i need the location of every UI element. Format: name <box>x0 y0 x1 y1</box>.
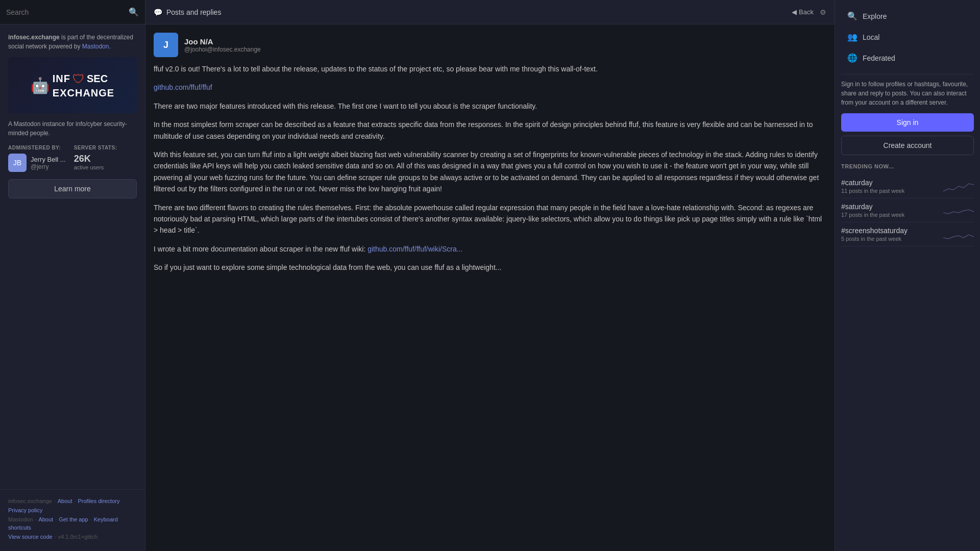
trending-tag-3: #screenshotsaturday <box>841 227 908 235</box>
search-icon: 🔍 <box>129 7 139 17</box>
footer-instance: infosec.exchange <box>8 498 52 504</box>
trending-info-2: 17 posts in the past week <box>841 212 904 218</box>
post-author: J Joo N/A @joohoi@infosec.exchange <box>154 33 826 57</box>
instance-text: infosec.exchange is part of the decentra… <box>8 33 137 51</box>
back-label: Back <box>799 8 814 16</box>
post-header-title-group: 💬 Posts and replies <box>154 8 221 16</box>
instance-description: A Mastodon instance for info/cyber secur… <box>8 119 137 138</box>
author-handle: @joohoi@infosec.exchange <box>184 46 261 53</box>
local-label: Local <box>863 33 879 41</box>
admin-details: Jerry Bell ... @jerry <box>31 156 66 170</box>
post-paragraph-3: There are two major features introduced … <box>154 101 826 112</box>
sign-in-button[interactable]: Sign in <box>841 113 974 132</box>
sidebar-footer: infosec.exchange · About · Profiles dire… <box>0 489 145 551</box>
footer-separator-2: · <box>74 498 76 504</box>
create-account-button[interactable]: Create account <box>841 136 974 155</box>
footer-links-2: Privacy policy <box>8 507 137 513</box>
trending-info-3: 5 posts in the past week <box>841 236 908 242</box>
trending-chart-1 <box>943 179 974 194</box>
post-paragraph-8: So if you just want to explore some simp… <box>154 262 826 273</box>
footer-separator-5: · <box>90 516 92 522</box>
trending-chart-3 <box>943 227 974 242</box>
wiki-link[interactable]: github.com/ffuf/ffuf/wiki/Scra... <box>368 245 462 253</box>
active-users-count: 26K <box>74 154 117 164</box>
trending-item-2[interactable]: #saturday 17 posts in the past week <box>841 198 974 222</box>
author-name: Joo N/A <box>184 37 261 46</box>
trending-tag-1-info: #caturday 11 posts in the past week <box>841 179 904 194</box>
footer-separator-1: · <box>54 498 56 504</box>
active-users-label: active users <box>74 164 117 170</box>
logo-sec: SEC <box>87 73 108 85</box>
admin-info: JB Jerry Bell ... @jerry <box>8 154 66 172</box>
settings-icon[interactable]: ⚙ <box>820 8 826 16</box>
post-paragraph-1: ffuf v2.0 is out! There's a lot to tell … <box>154 63 826 74</box>
post-header-title: Posts and replies <box>166 8 221 16</box>
footer-about-mastodon-link[interactable]: About <box>38 516 53 522</box>
server-stats-section: SERVER STATS: 26K active users <box>74 145 117 172</box>
back-button[interactable]: ◀ Back <box>792 8 814 16</box>
logo-shield-icon: 🛡 <box>72 72 85 86</box>
footer-links: infosec.exchange · About · Profiles dire… <box>8 498 137 504</box>
chat-bubble-icon: 💬 <box>154 8 162 16</box>
server-stats-label: SERVER STATS: <box>74 145 117 151</box>
sidebar-info: infosec.exchange is part of the decentra… <box>0 24 145 215</box>
post-paragraph-4: In the most simplest form scraper can be… <box>154 119 826 142</box>
post-header: 💬 Posts and replies ◀ Back ⚙ <box>145 0 835 24</box>
footer-separator-6: · <box>55 534 56 540</box>
trending-section: TRENDING NOW... #caturday 11 posts in th… <box>841 163 974 246</box>
post-body: ffuf v2.0 is out! There's a lot to tell … <box>154 63 826 273</box>
admin-name: Jerry Bell ... <box>31 156 66 163</box>
sign-in-description: Sign in to follow profiles or hashtags, … <box>841 80 974 107</box>
trending-item-1[interactable]: #caturday 11 posts in the past week <box>841 174 974 198</box>
post-header-actions: ◀ Back ⚙ <box>792 8 826 16</box>
post-paragraph-7: I wrote a bit more documentation about s… <box>154 243 826 255</box>
left-sidebar: 🔍 infosec.exchange is part of the decent… <box>0 0 145 551</box>
footer-view-source-link[interactable]: View source code <box>8 534 53 540</box>
footer-links-3: Mastodon · About · Get the app · Keyboar… <box>8 516 137 531</box>
nav-local[interactable]: 👥 Local <box>841 27 974 47</box>
post-content-area: J Joo N/A @joohoi@infosec.exchange ffuf … <box>145 24 835 551</box>
local-icon: 👥 <box>847 32 857 42</box>
trending-title: TRENDING NOW... <box>841 163 974 169</box>
back-chevron-icon: ◀ <box>792 8 797 16</box>
mastodon-link[interactable]: Mastodon <box>82 43 109 50</box>
post-link-1: github.com/ffuf/ffuf <box>154 82 826 93</box>
logo-inf: INF <box>53 73 70 85</box>
logo-text-group: INF 🛡 SEC EXCHANGE <box>53 72 114 99</box>
administered-by-label: ADMINISTERED BY: <box>8 145 66 151</box>
author-details: Joo N/A @joohoi@infosec.exchange <box>184 37 261 53</box>
trending-item-3[interactable]: #screenshotsaturday 5 posts in the past … <box>841 222 974 246</box>
post-paragraph-5: With this feature set, you can turn ffuf… <box>154 149 826 195</box>
trending-chart-2 <box>943 203 974 218</box>
learn-more-button[interactable]: Learn more <box>8 179 137 198</box>
trending-tag-3-info: #screenshotsaturday 5 posts in the past … <box>841 227 908 242</box>
footer-keyboard-link[interactable]: Keyboard <box>94 516 118 522</box>
federated-label: Federated <box>863 54 895 62</box>
footer-about-link[interactable]: About <box>58 498 72 504</box>
admin-handle: @jerry <box>31 163 66 170</box>
stats-section: ADMINISTERED BY: JB Jerry Bell ... @jerr… <box>8 145 137 172</box>
trending-tag-1: #caturday <box>841 179 904 187</box>
footer-profiles-link[interactable]: Profiles directory <box>78 498 120 504</box>
main-content: 💬 Posts and replies ◀ Back ⚙ J Joo N/A @… <box>145 0 835 551</box>
search-input[interactable] <box>6 8 129 16</box>
search-bar: 🔍 <box>0 0 145 24</box>
logo-background: 🤖 INF 🛡 SEC EXCHANGE <box>8 57 137 113</box>
divider-1 <box>841 74 974 74</box>
nav-explore[interactable]: 🔍 Explore <box>841 6 974 26</box>
footer-mastodon-label: Mastodon <box>8 516 33 522</box>
footer-links-4: View source code · v4.1.0rc1+glitch <box>8 534 137 540</box>
ffuf-link[interactable]: github.com/ffuf/ffuf <box>154 83 212 91</box>
trending-info-1: 11 posts in the past week <box>841 188 904 194</box>
footer-privacy-link[interactable]: Privacy policy <box>8 507 42 513</box>
nav-federated[interactable]: 🌐 Federated <box>841 48 974 68</box>
footer-shortcuts-link[interactable]: shortcuts <box>8 524 31 531</box>
instance-logo: 🤖 INF 🛡 SEC EXCHANGE <box>8 57 137 113</box>
footer-separator-3: · <box>35 516 36 522</box>
post-paragraph-6: There are two different flavors to creat… <box>154 202 826 236</box>
trending-tag-2-info: #saturday 17 posts in the past week <box>841 203 904 218</box>
footer-get-app-link[interactable]: Get the app <box>59 516 88 522</box>
footer-separator-4: · <box>55 516 57 522</box>
explore-label: Explore <box>863 12 887 20</box>
admin-avatar: JB <box>8 154 27 172</box>
